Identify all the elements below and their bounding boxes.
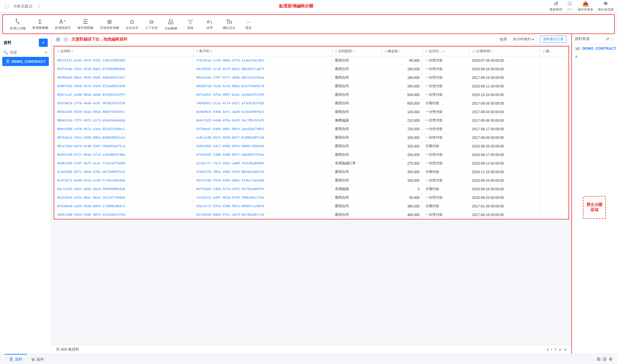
table-cell[interactable]: ef35dd55-5306-4380-88ff-5db8847f07be [193,151,332,159]
table-cell[interactable]: 6370dee7-6d96-4881-9014-2ba42b674051 [193,125,332,133]
toolbar-more[interactable]: ··· 更多 [240,17,257,31]
table-cell[interactable]: 購買合同 [332,125,382,133]
table-cell[interactable]: ff61dfee-1c56-48b6-9f7b-21abef64c96f [193,56,332,65]
table-cell[interactable]: 00115727-e145-44c0-9102-110523699369 [54,56,193,65]
table-cell[interactable]: 購買合同 [332,56,382,65]
table-cell[interactable]: 0e4cf623-44dd-470a-8a39-5bc705c5faf5 [193,116,332,125]
sort-payment[interactable]: ▾ [443,50,444,53]
table-cell[interactable]: 2016-08-25 00:00:00 [469,142,540,151]
table-cell[interactable] [540,193,569,202]
grid-view-icon[interactable]: ⊞ [56,36,60,43]
table-cell[interactable]: 90,000 [382,56,423,65]
sort-time[interactable]: ▾ [491,50,493,53]
expand-icon[interactable]: ⊕ [45,50,48,55]
toolbar-condition-label[interactable]: ☰ 條件標籤欄 [75,17,95,31]
table-cell[interactable] [540,151,569,159]
table-cell[interactable]: 2016-11-15 00:00:00 [469,168,540,176]
table-cell[interactable]: 2016-08-11 00:00:00 [469,82,540,91]
table-cell[interactable]: de4b48c5-93b6-4af1-abd9-bc4e4499fb11 [193,108,332,116]
table-cell[interactable]: 50,000 [382,193,423,202]
table-cell[interactable]: 1045c5d8-64bd-438b-9879-d12b58e237b5 [54,211,193,219]
table-cell[interactable]: 087bab2a-7b5e-4304-808a-830b68556cee [54,133,193,142]
table-cell[interactable]: 2016-08-23 00:00:00 [469,193,540,202]
refresh-source-icon[interactable]: ↺ [606,37,609,41]
table-cell[interactable]: 長期協議 [332,185,382,193]
tab-component[interactable]: ⊞ 組件 [27,354,49,364]
table-cell[interactable]: 服務協議 [332,116,382,125]
table-cell[interactable]: 7ec522c2-ad8f-4018-8744-290b34bc175e [193,193,332,202]
table-cell[interactable]: 500,000 [382,91,423,99]
toolbar-merge-lr[interactable]: ⊙ 左右合併 [123,17,141,31]
sort-contract-id[interactable]: ▾ [72,50,73,53]
compute-btn[interactable]: 資料進行計算 [540,36,567,43]
table-cell[interactable] [540,125,569,133]
table-cell[interactable]: 400,000 [382,211,423,219]
refresh-btn[interactable]: ↺ 重新整理 [550,1,562,12]
toolbar-merge-ud[interactable]: ⊖ 上下合併 [143,17,160,31]
table-cell[interactable]: 720,000 [382,125,423,133]
table-cell[interactable]: 分期付款 [423,99,469,108]
table-cell[interactable]: 2017-09-26 00:00:00 [469,99,540,108]
table-cell[interactable]: 260,000 [382,82,423,91]
table-cell[interactable]: 購買合同 [332,193,382,202]
table-cell[interactable] [540,133,569,142]
table-cell[interactable]: 1fb823f6-209e-4484-9919-8844e2e09135 [193,168,332,176]
save-update-btn[interactable]: 📤 儲存並更新 [578,1,593,12]
table-cell[interactable] [540,73,569,82]
bottom-action-1[interactable]: ⊞ [597,356,600,362]
table-cell[interactable]: 一次性付款 [423,159,469,168]
table-cell[interactable]: 200,000 [382,151,423,159]
toolbar-other-add[interactable]: ⊞ 其他表新增欄 [98,17,121,31]
table-cell[interactable]: 2016-08-17 00:00:00 [469,151,540,159]
table-cell[interactable]: 購買合同 [332,211,382,219]
table-cell[interactable]: 一次性付款 [423,82,469,91]
table-cell[interactable]: 0fb2bba0-ea35-42b0-8e03-1750962d64c1 [54,202,193,211]
table-cell[interactable]: 0 [382,185,423,193]
table-cell[interactable]: 2017-09-19 00:00:00 [469,73,540,82]
table-cell[interactable]: 2017-08-09 00:00:00 [469,133,540,142]
table-cell[interactable]: 一次性付款 [423,133,469,142]
table-cell[interactable] [540,116,569,125]
table-cell[interactable] [540,211,569,219]
table-cell[interactable]: 04289ab3-08e3-49d3-9582-4dbb945233e7 [54,73,193,82]
table-cell[interactable]: 2017-08-03 00:00:00 [469,108,540,116]
table-cell[interactable]: 080a241d-7372-4921-b171-b9ed2d4a9dd6 [54,116,193,125]
table-cell[interactable]: 270,000 [382,159,423,168]
table-cell[interactable]: 88d567a8-feab-4ce5-8b8a-0cb7f5840179 [193,82,332,91]
add-data-btn[interactable]: + [39,39,48,47]
table-cell[interactable]: 600,000 [382,99,423,108]
table-cell[interactable]: 210,000 [382,116,423,125]
table-cell[interactable]: 購買合同 [332,133,382,142]
table-cell[interactable]: 分期付款 [423,202,469,211]
table-cell[interactable]: 購買合同 [332,176,382,185]
table-cell[interactable] [540,159,569,168]
table-cell[interactable]: 0ef33a04-1464-417a-a976-01f41ba0b97e [193,185,332,193]
table-cell[interactable] [540,99,569,108]
table-cell[interactable]: 購買合同 [332,82,382,91]
table-cell[interactable]: 0692a164-8159-4dda-901b-4003f432d41c [54,108,193,116]
table-cell[interactable]: 2016-08-24 00:00:00 [469,185,540,193]
table-cell[interactable]: 150,000 [382,133,423,142]
table-cell[interactable]: 16dcafcf-97b2-4380-967a-0058fccdd9fd [193,202,332,211]
table-cell[interactable]: 2017-08-17 00:00:00 [469,125,540,133]
table-cell[interactable]: 9d7ce8a7-5f9a-4087-be3e-2ed0edf53709 [193,91,332,99]
table-cell[interactable]: 2017-01-26 00:00:00 [469,202,540,211]
table-cell[interactable]: 購買合同 [332,142,382,151]
table-cell[interactable]: 901aa1ba-ff07-4ff7-a836-4821219c9aae [193,73,332,82]
table-cell[interactable]: 購買合同 [332,108,382,116]
tab-data[interactable]: 🗄 資料 [5,354,27,364]
toolbar-add-formula[interactable]: fx 新增公式欄 [7,17,28,32]
bottom-action-2[interactable]: ⊟ [603,356,606,362]
table-cell[interactable]: 購買合同 [332,73,382,82]
table-cell[interactable]: 0cdfd271-6a40-432a-ac04-fcf0e3e029dd [54,176,193,185]
save-btn[interactable]: 🖫 儲存 [567,1,573,12]
table-cell[interactable]: 130,000 [382,108,423,116]
search-input[interactable] [10,50,43,55]
table-cell[interactable]: 長期協議訂單 [332,159,382,168]
table-cell[interactable]: 74643073-3ca1-4cf4-b921-af3e9c83702b [193,99,332,108]
table-cell[interactable]: 一次性付款 [423,73,469,82]
table-cell[interactable]: 080cd368-af54-447a-a3ae-051425c84bc1 [54,125,193,133]
table-cell[interactable]: 2016-10-24 00:00:00 [469,91,540,99]
sort-customer-id[interactable]: ▾ [211,50,212,53]
table-cell[interactable]: 04897502-5828-4273-8184-553aa0562930 [54,82,193,91]
